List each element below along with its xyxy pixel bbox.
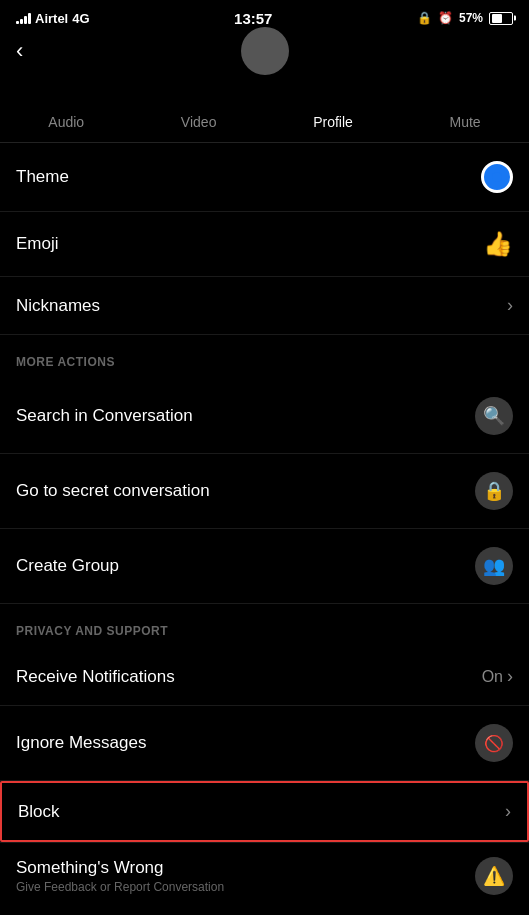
nicknames-row[interactable]: Nicknames › [0, 277, 529, 335]
warning-icon: ⚠️ [475, 857, 513, 895]
notifications-right: On › [482, 666, 513, 687]
alarm-icon: ⏰ [438, 11, 453, 25]
privacy-header: PRIVACY AND SUPPORT [0, 604, 529, 648]
group-icon: 👥 [475, 547, 513, 585]
carrier-info: Airtel 4G [16, 11, 90, 26]
theme-row[interactable]: Theme [0, 143, 529, 212]
notifications-row[interactable]: Receive Notifications On › [0, 648, 529, 706]
theme-label: Theme [16, 167, 69, 187]
ignore-messages-label: Ignore Messages [16, 733, 146, 753]
system-icons: 🔒 ⏰ 57% [417, 11, 513, 25]
search-conversation-label: Search in Conversation [16, 406, 193, 426]
battery-icon [489, 12, 513, 25]
wrong-title: Something's Wrong [16, 858, 224, 878]
wrong-subtitle: Give Feedback or Report Conversation [16, 880, 224, 894]
create-group-row[interactable]: Create Group 👥 [0, 529, 529, 604]
somethings-wrong-row[interactable]: Something's Wrong Give Feedback or Repor… [0, 842, 529, 909]
lock-icon: 🔒 [417, 11, 432, 25]
nicknames-label: Nicknames [16, 296, 100, 316]
tab-mute[interactable]: Mute [442, 110, 489, 134]
ignore-messages-row[interactable]: Ignore Messages 🚫 [0, 706, 529, 781]
lock-icon: 🔒 [475, 472, 513, 510]
time-display: 13:57 [234, 10, 272, 27]
emoji-row[interactable]: Emoji 👍 [0, 212, 529, 277]
block-row[interactable]: Block › [0, 781, 529, 842]
signal-icon [16, 12, 31, 24]
block-chevron-icon: › [505, 801, 511, 822]
block-label: Block [18, 802, 60, 822]
battery-percent: 57% [459, 11, 483, 25]
tab-profile[interactable]: Profile [305, 110, 361, 134]
tab-audio[interactable]: Audio [40, 110, 92, 134]
ignore-icon: 🚫 [475, 724, 513, 762]
tab-bar: Audio Video Profile Mute [0, 100, 529, 143]
wrong-label-group: Something's Wrong Give Feedback or Repor… [16, 858, 224, 894]
top-nav: ‹ [0, 32, 529, 64]
secret-conversation-row[interactable]: Go to secret conversation 🔒 [0, 454, 529, 529]
notifications-chevron-icon: › [507, 666, 513, 687]
more-actions-header: MORE ACTIONS [0, 335, 529, 379]
secret-conversation-label: Go to secret conversation [16, 481, 210, 501]
notifications-label: Receive Notifications [16, 667, 175, 687]
create-group-label: Create Group [16, 556, 119, 576]
avatar[interactable] [241, 27, 289, 75]
notifications-value: On [482, 668, 503, 686]
search-icon: 🔍 [475, 397, 513, 435]
search-conversation-row[interactable]: Search in Conversation 🔍 [0, 379, 529, 454]
network-label: 4G [72, 11, 89, 26]
emoji-icon: 👍 [483, 230, 513, 258]
carrier-label: Airtel [35, 11, 68, 26]
back-button[interactable]: ‹ [16, 38, 52, 64]
nicknames-chevron-icon: › [507, 295, 513, 316]
emoji-label: Emoji [16, 234, 59, 254]
theme-color-indicator [481, 161, 513, 193]
tab-video[interactable]: Video [173, 110, 225, 134]
